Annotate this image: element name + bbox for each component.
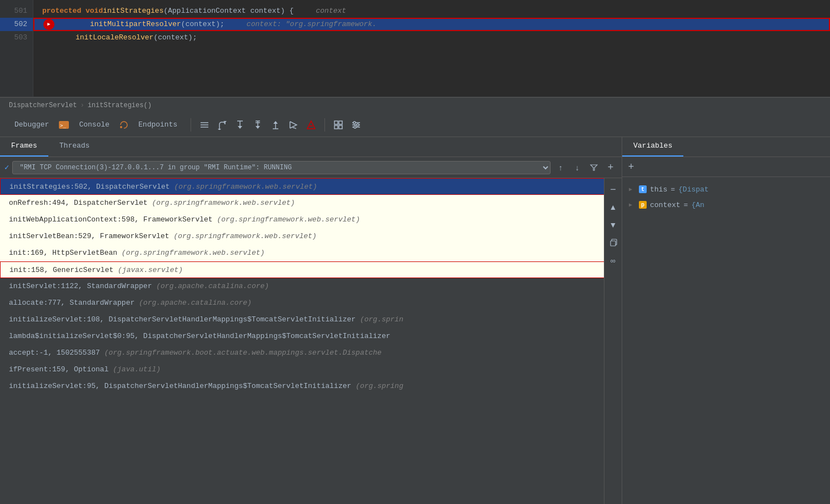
svg-rect-32 (611, 241, 616, 246)
code-content: protected void initStrategies (Applicati… (33, 0, 830, 97)
var-item-this[interactable]: ▶ t this = {Dispat (622, 182, 830, 197)
frame-package-7: (org.apache.catalina.core) (139, 299, 252, 307)
keyword-protected: protected void (42, 4, 103, 18)
frame-method-5: init:158, GenericServlet (9, 266, 113, 274)
add-frame-button[interactable]: + (604, 161, 617, 174)
run-to-cursor-icon (288, 120, 298, 130)
thread-down-button[interactable]: ↓ (571, 161, 584, 174)
frame-item-6[interactable]: initServlet:1122, StandardWrapper (org.a… (0, 278, 622, 295)
minus-button[interactable]: − (607, 183, 620, 196)
frame-item-8[interactable]: initializeServlet:108, DispatcherServlet… (0, 311, 622, 328)
frame-method-1: onRefresh:494, DispatcherServlet (9, 199, 148, 207)
frame-item-7[interactable]: allocate:777, StandardWrapper (org.apach… (0, 295, 622, 311)
frame-item-1[interactable]: onRefresh:494, DispatcherServlet (org.sp… (0, 195, 622, 211)
frame-item-10[interactable]: accept:-1, 1502555387 (org.springframewo… (0, 345, 622, 361)
step-over-button[interactable] (214, 117, 230, 133)
variables-panel: Variables + ▶ t this = {Dispat ▶ p (622, 137, 830, 504)
side-up-button[interactable]: ▲ (607, 200, 620, 214)
comment-context-502: context: "org.springframework. (247, 18, 377, 31)
var-icon-this: t (639, 185, 647, 193)
frames-container: initStrategies:502, DispatcherServlet (o… (0, 178, 622, 504)
side-down-button[interactable]: ▼ (607, 218, 620, 231)
var-arrow-context: ▶ (629, 201, 636, 208)
oo-button[interactable]: ∞ (607, 254, 620, 267)
var-icon-context: p (639, 201, 647, 209)
var-item-context[interactable]: ▶ p context = {An (622, 197, 830, 213)
show-execution-icon (199, 120, 209, 129)
frame-method-11: ifPresent:159, Optional (9, 365, 108, 374)
endpoints-tab-wrapper: Endpoints (119, 117, 185, 132)
thread-selector-row: ✓ "RMI TCP Connection(3)-127.0.0.1...7 i… (0, 157, 622, 178)
console-tab-wrapper: >_ Console (59, 117, 117, 132)
frames-panel: Frames Threads ✓ "RMI TCP Connection(3)-… (0, 137, 622, 504)
debugger-toolbar: Debugger >_ Console Endpoints (0, 113, 830, 137)
line-number-502: 502 (0, 18, 33, 31)
tab-endpoints[interactable]: Endpoints (131, 117, 185, 132)
tab-threads[interactable]: Threads (48, 137, 101, 157)
step-out-button[interactable] (268, 117, 283, 133)
svg-text:>_: >_ (60, 123, 66, 128)
var-name-this: this (650, 185, 667, 194)
frame-package-1: (org.springframework.web.servlet) (152, 199, 294, 207)
show-execution-point-button[interactable] (197, 117, 212, 133)
frame-package-0: (org.springframework.web.servlet) (174, 183, 317, 191)
run-to-cursor-button[interactable] (286, 117, 301, 133)
var-value-this: {Dispat (678, 185, 709, 194)
frame-item-9[interactable]: lambda$initializeServlet$0:95, Dispatche… (0, 328, 622, 345)
frame-package-6: (org.apache.catalina.core) (156, 282, 269, 290)
add-variable-button[interactable]: + (624, 160, 638, 174)
frame-item-0[interactable]: initStrategies:502, DispatcherServlet (o… (0, 178, 622, 195)
svg-point-2 (120, 126, 122, 128)
svg-rect-22 (334, 121, 338, 124)
code-line-503: initLocaleResolver (context); (33, 31, 830, 44)
toolbar-sep-2 (324, 118, 325, 132)
thread-up-button[interactable]: ↑ (554, 161, 567, 174)
param-context-502: (context); (181, 18, 224, 31)
thread-selector[interactable]: "RMI TCP Connection(3)-127.0.0.1...7 in … (12, 161, 551, 174)
breadcrumb-separator: › (80, 102, 84, 109)
line-number-503: 503 (0, 31, 33, 44)
frame-item-2[interactable]: initWebApplicationContext:598, Framework… (0, 211, 622, 228)
evaluate-button[interactable] (303, 117, 319, 133)
breadcrumb-class[interactable]: DispatcherServlet (9, 102, 77, 109)
frame-item-12[interactable]: initializeServlet:95, DispatcherServletH… (0, 378, 622, 395)
var-value-context: {An (691, 201, 704, 209)
frame-item-3[interactable]: initServletBean:529, FrameworkServlet (o… (0, 228, 622, 245)
svg-marker-10 (238, 126, 242, 129)
variables-toolbar: + (622, 157, 830, 177)
frame-package-12: (org.spring (356, 382, 403, 390)
copy-button[interactable] (607, 236, 620, 249)
method-initStrategies: initStrategies (103, 4, 163, 18)
trace-button[interactable] (331, 117, 346, 133)
svg-point-29 (353, 122, 356, 124)
var-arrow-this: ▶ (629, 186, 636, 193)
frame-method-8: initializeServlet:108, DispatcherServlet… (9, 315, 356, 324)
step-into-button[interactable] (232, 117, 248, 133)
tab-console[interactable]: Console (71, 117, 117, 132)
frame-method-4: init:169, HttpServletBean (9, 249, 117, 257)
force-step-into-button[interactable] (250, 117, 266, 133)
tab-frames[interactable]: Frames (0, 137, 48, 157)
frame-package-11: (java.util) (113, 365, 161, 374)
param-ApplicationContext: (ApplicationContext context) { (163, 4, 293, 18)
breadcrumb-method[interactable]: initStrategies() (88, 102, 152, 109)
frames-threads-header: Frames Threads (0, 137, 622, 157)
variables-content: ▶ t this = {Dispat ▶ p context = {An (622, 177, 830, 504)
frame-method-2: initWebApplicationContext:598, Framework… (9, 215, 213, 224)
settings-button[interactable] (348, 117, 364, 133)
filter-button[interactable] (587, 161, 601, 174)
svg-rect-24 (334, 125, 338, 129)
evaluate-icon (306, 120, 316, 130)
svg-point-31 (354, 126, 356, 128)
code-editor: 501 502 503 protected void initStrategie… (0, 0, 830, 97)
endpoints-icon (119, 120, 128, 129)
frame-method-9: lambda$initializeServlet$0:95, Dispatche… (9, 332, 391, 340)
frame-item-11[interactable]: ifPresent:159, Optional (java.util) (0, 361, 622, 378)
frame-item-5[interactable]: init:158, GenericServlet (javax.servlet) (0, 261, 622, 278)
method-initLocaleResolver: initLocaleResolver (76, 31, 153, 44)
thread-checkmark: ✓ (4, 163, 9, 172)
tab-debugger[interactable]: Debugger (7, 117, 57, 132)
svg-marker-13 (256, 126, 260, 129)
svg-rect-25 (339, 125, 342, 129)
frame-item-4[interactable]: init:169, HttpServletBean (org.springfra… (0, 245, 622, 261)
